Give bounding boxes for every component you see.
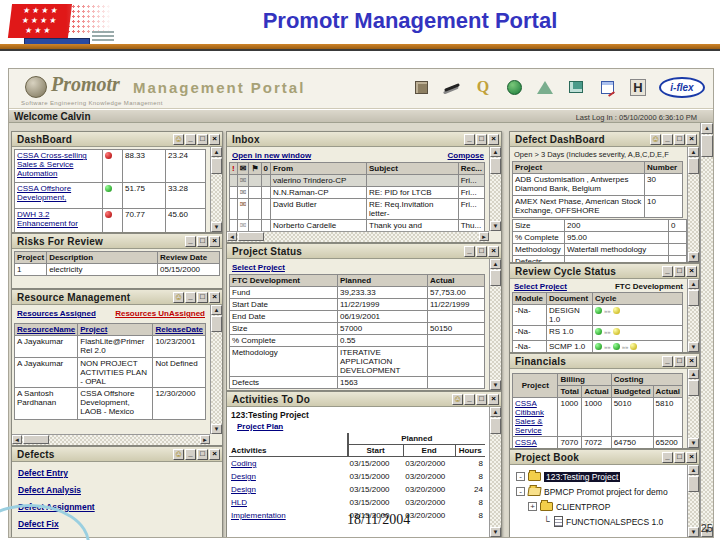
help-button[interactable]: ☺ bbox=[173, 449, 184, 460]
scrollbar-thumb[interactable] bbox=[688, 380, 699, 396]
scroll-down-button[interactable]: ▼ bbox=[211, 424, 222, 434]
scroll-left-button[interactable]: ◄ bbox=[12, 435, 22, 444]
scroll-down-button[interactable]: ▼ bbox=[688, 252, 699, 262]
scrollbar-thumb[interactable] bbox=[238, 232, 264, 241]
risks-titlebar[interactable]: Risks For Review _ □ × bbox=[12, 234, 222, 249]
help-button[interactable]: ☺ bbox=[173, 134, 184, 145]
help-button[interactable]: ☺ bbox=[173, 292, 184, 303]
scroll-right-button[interactable]: ► bbox=[479, 232, 489, 241]
scroll-up-button[interactable]: ▲ bbox=[490, 259, 501, 269]
attachment-column-icon[interactable]: 0 bbox=[261, 163, 270, 175]
tree-item[interactable]: └ FUNCTIONALSPECS 1.0 bbox=[512, 514, 697, 529]
review-cycle-titlebar[interactable]: Review Cycle Status _ □ × bbox=[510, 264, 699, 279]
scroll-down-button[interactable]: ▼ bbox=[490, 380, 501, 390]
tree-expander[interactable]: + bbox=[528, 502, 537, 511]
resources-unassigned-link[interactable]: Resources UnAssigned bbox=[115, 309, 205, 318]
inbox-row-selected[interactable]: ✉ valerino Trindero-CP Fri... bbox=[230, 175, 485, 187]
scroll-down-button[interactable]: ▼ bbox=[490, 527, 501, 537]
vertical-scrollbar[interactable]: ▲ ▼ bbox=[489, 259, 501, 390]
minimize-button[interactable]: _ bbox=[662, 452, 673, 463]
help-button[interactable]: ☺ bbox=[452, 394, 463, 405]
table-row[interactable]: CSSA Cross-selling Sales & Service Autom… bbox=[15, 150, 206, 183]
financial-project-link[interactable]: CSSA Citibank Sales & Service bbox=[515, 399, 544, 435]
maximize-button[interactable]: □ bbox=[674, 134, 685, 145]
minimize-button[interactable]: _ bbox=[464, 134, 475, 145]
compose-link[interactable]: Compose bbox=[448, 151, 484, 160]
close-button[interactable]: × bbox=[488, 246, 499, 257]
scroll-up-button[interactable]: ▲ bbox=[688, 147, 699, 157]
table-row[interactable]: 1 electricity 05/15/2000 bbox=[15, 264, 220, 276]
tree-label[interactable]: FUNCTIONALSPECS 1.0 bbox=[566, 517, 663, 527]
from-column-header[interactable]: From bbox=[271, 163, 367, 175]
scroll-down-button[interactable]: ▼ bbox=[211, 222, 222, 232]
horizontal-scrollbar[interactable]: ◄ ► bbox=[227, 231, 489, 242]
vertical-scrollbar[interactable]: ▲ ▼ bbox=[687, 369, 699, 448]
minimize-button[interactable]: _ bbox=[185, 292, 196, 303]
maximize-button[interactable]: □ bbox=[197, 449, 208, 460]
scroll-down-button[interactable]: ▼ bbox=[490, 221, 501, 231]
project-link[interactable]: DWH 3.2 Enhancement for bbox=[17, 210, 78, 228]
vertical-scrollbar[interactable]: ▲ ▼ bbox=[489, 147, 501, 231]
vertical-scrollbar[interactable]: ▲ ▼ bbox=[210, 147, 222, 232]
globe-icon[interactable] bbox=[504, 77, 524, 97]
vertical-scrollbar[interactable]: ▲ ▼ bbox=[210, 305, 222, 434]
inbox-row[interactable]: ✉ David Butler RE: Req.Invitation letter… bbox=[230, 199, 485, 220]
tree-item[interactable]: - BPMCP Promot project for demo bbox=[512, 484, 697, 499]
maximize-button[interactable]: □ bbox=[476, 394, 487, 405]
tree-item[interactable]: - 123:Testing Project bbox=[512, 469, 697, 484]
financial-project-link[interactable]: CSSA Offshore bbox=[515, 438, 546, 448]
defects-titlebar[interactable]: Defects ☺ _ □ × bbox=[12, 447, 222, 462]
scrollbar-thumb[interactable] bbox=[688, 290, 699, 306]
received-column-header[interactable]: Rec... bbox=[458, 163, 484, 175]
scroll-left-button[interactable]: ◄ bbox=[227, 232, 237, 241]
tree-expander[interactable]: - bbox=[516, 472, 525, 481]
scrollbar-thumb[interactable] bbox=[688, 476, 699, 492]
scrollbar-thumb[interactable] bbox=[688, 158, 699, 174]
notes-icon[interactable] bbox=[597, 77, 617, 97]
table-row[interactable]: A Santosh Pardhanan CSSA Offshore Develo… bbox=[15, 388, 206, 420]
scrollbar-thumb[interactable] bbox=[490, 418, 501, 434]
scrollbar-thumb[interactable] bbox=[490, 270, 501, 286]
importance-column-icon[interactable]: ! bbox=[230, 163, 238, 175]
scrollbar-thumb[interactable] bbox=[701, 135, 713, 157]
defect-entry-link[interactable]: Defect Entry bbox=[18, 468, 68, 478]
minimize-button[interactable]: _ bbox=[464, 394, 475, 405]
inbox-row[interactable]: ✉ N.N.Raman-CP RE: PID for LTCB Fri... bbox=[230, 187, 485, 199]
minimize-button[interactable]: _ bbox=[662, 356, 673, 367]
scroll-up-button[interactable]: ▲ bbox=[701, 123, 713, 134]
page-vertical-scrollbar[interactable]: ▲ ▼ bbox=[700, 123, 713, 537]
close-button[interactable]: × bbox=[209, 449, 220, 460]
maximize-button[interactable]: □ bbox=[476, 134, 487, 145]
inbox-titlebar[interactable]: Inbox _ □ × bbox=[227, 132, 501, 147]
table-row[interactable]: DWH 3.2 Enhancement for 70.77 45.60 bbox=[15, 209, 206, 233]
vertical-scrollbar[interactable]: ▲ ▼ bbox=[687, 465, 699, 537]
scrollbar-thumb[interactable] bbox=[490, 158, 501, 174]
activity-link[interactable]: HLD bbox=[231, 498, 247, 507]
close-button[interactable]: × bbox=[686, 356, 697, 367]
scroll-down-button[interactable]: ▼ bbox=[688, 438, 699, 448]
project-link[interactable]: CSSA Cross-selling Sales & Service Autom… bbox=[17, 151, 87, 178]
sort-header-release-date[interactable]: ReleaseDate bbox=[155, 325, 203, 334]
close-button[interactable]: × bbox=[686, 266, 697, 277]
mail-type-column-icon[interactable]: ✉ bbox=[237, 163, 249, 175]
select-project-link[interactable]: Select Project bbox=[514, 282, 567, 291]
tree-item[interactable]: + CLIENTPROP bbox=[512, 499, 697, 514]
activity-link[interactable]: Design bbox=[231, 485, 256, 494]
letter-q-icon[interactable]: Q bbox=[473, 77, 493, 97]
scrollbar-thumb[interactable] bbox=[211, 158, 222, 174]
cube-icon[interactable] bbox=[411, 77, 431, 97]
minimize-button[interactable]: _ bbox=[662, 266, 673, 277]
resources-assigned-link[interactable]: Resources Assigned bbox=[17, 309, 96, 318]
maximize-button[interactable]: □ bbox=[197, 134, 208, 145]
financials-titlebar[interactable]: Financials _ □ × bbox=[510, 354, 699, 369]
picture-icon[interactable] bbox=[566, 77, 586, 97]
sort-header-project[interactable]: Project bbox=[80, 325, 107, 334]
sort-header-resource-name[interactable]: ResourceName bbox=[17, 325, 75, 334]
scrollbar-thumb[interactable] bbox=[211, 316, 222, 332]
scroll-up-button[interactable]: ▲ bbox=[688, 465, 699, 475]
activity-link[interactable]: Coding bbox=[231, 459, 256, 468]
close-button[interactable]: × bbox=[488, 134, 499, 145]
scroll-down-button[interactable]: ▼ bbox=[688, 342, 699, 352]
scrollbar-thumb[interactable] bbox=[23, 435, 49, 444]
vertical-scrollbar[interactable]: ▲ ▼ bbox=[489, 407, 501, 537]
